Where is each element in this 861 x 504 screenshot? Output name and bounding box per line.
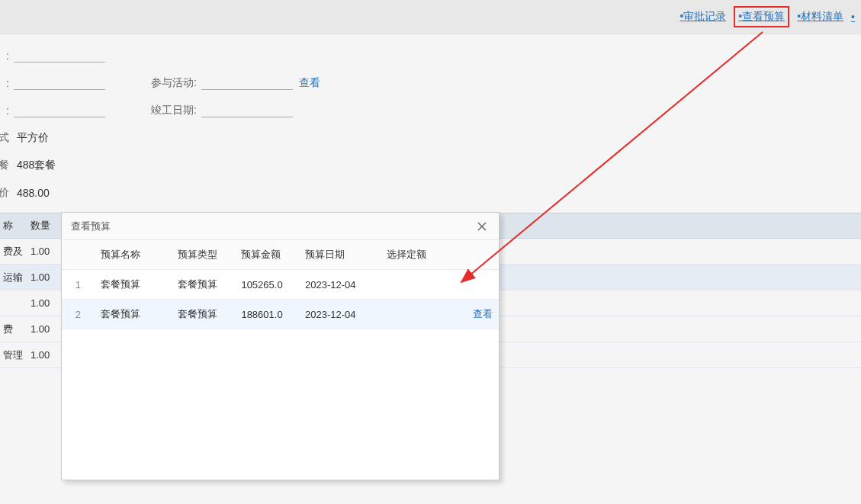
form-value-mode: 平方价 bbox=[17, 131, 49, 145]
form-label-complete-date: 竣工日期: bbox=[151, 104, 197, 117]
td-quota bbox=[381, 270, 453, 300]
td-type: 套餐预算 bbox=[172, 300, 235, 329]
link-material-list[interactable]: •材料清单 bbox=[797, 10, 843, 24]
th-type: 预算类型 bbox=[172, 240, 235, 270]
th-quota: 选择定额 bbox=[381, 240, 453, 270]
table-row[interactable]: 1 套餐预算 套餐预算 105265.0 2023-12-04 bbox=[62, 270, 499, 300]
bg-td-name: 费及 bbox=[0, 245, 27, 258]
view-link-participate[interactable]: 查看 bbox=[299, 76, 320, 90]
td-action bbox=[453, 270, 499, 300]
top-bar: •审批记录 •查看预算 •材料清单 • bbox=[0, 0, 861, 34]
td-amount: 105265.0 bbox=[235, 270, 299, 300]
form-input-2[interactable] bbox=[14, 76, 105, 90]
bg-td-qty: 1.00 bbox=[27, 297, 58, 309]
dialog-title: 查看预算 bbox=[71, 220, 111, 233]
link-extra[interactable]: • bbox=[851, 11, 855, 23]
th-amount: 预算金额 bbox=[235, 240, 299, 270]
view-budget-dialog: 查看预算 预算名称 预算类型 预算金额 预算日期 选择定额 bbox=[61, 212, 500, 480]
form-label-cut3: : bbox=[0, 104, 9, 117]
td-idx: 2 bbox=[62, 300, 95, 329]
form-label-mode: 式 bbox=[0, 131, 9, 145]
row-view-link[interactable]: 查看 bbox=[473, 308, 493, 319]
form-label-participate: 参与活动: bbox=[151, 76, 197, 90]
form-label-price: 价 bbox=[0, 186, 9, 200]
form-value-package: 488套餐 bbox=[17, 159, 56, 172]
form-input-1[interactable] bbox=[14, 49, 105, 63]
close-icon[interactable] bbox=[474, 219, 490, 234]
form-label-cut1: : bbox=[0, 50, 9, 62]
td-idx: 1 bbox=[62, 270, 95, 300]
td-quota bbox=[381, 300, 453, 329]
form-input-complete-date[interactable] bbox=[201, 104, 293, 117]
td-name: 套餐预算 bbox=[95, 300, 172, 329]
link-view-budget[interactable]: •查看预算 bbox=[734, 6, 789, 27]
bg-td-qty: 1.00 bbox=[27, 246, 58, 257]
td-name: 套餐预算 bbox=[95, 270, 172, 300]
form-input-3[interactable] bbox=[14, 104, 105, 117]
td-type: 套餐预算 bbox=[172, 270, 235, 300]
th-idx bbox=[62, 240, 95, 270]
td-amount: 188601.0 bbox=[235, 300, 299, 329]
bg-td-qty: 1.00 bbox=[27, 323, 58, 335]
form-input-participate[interactable] bbox=[201, 76, 293, 90]
td-action: 查看 bbox=[453, 300, 499, 329]
close-icon-svg bbox=[477, 221, 487, 232]
td-date: 2023-12-04 bbox=[299, 270, 381, 300]
td-date: 2023-12-04 bbox=[299, 300, 381, 329]
bg-td-qty: 1.00 bbox=[27, 349, 58, 361]
link-approval-record[interactable]: •审批记录 bbox=[679, 10, 726, 24]
bg-td-name: 管理 bbox=[0, 348, 27, 362]
budget-table: 预算名称 预算类型 预算金额 预算日期 选择定额 1 套餐预算 套餐预算 105… bbox=[62, 240, 499, 329]
form-value-price: 488.00 bbox=[17, 187, 50, 199]
bg-th-qty: 数量 bbox=[27, 219, 58, 233]
form-label-cut2: : bbox=[0, 77, 9, 89]
bg-th-name: 称 bbox=[0, 219, 27, 233]
th-action bbox=[453, 240, 499, 270]
bg-td-qty: 1.00 bbox=[27, 271, 58, 283]
table-row[interactable]: 2 套餐预算 套餐预算 188601.0 2023-12-04 查看 bbox=[62, 300, 499, 329]
th-name: 预算名称 bbox=[95, 240, 172, 270]
bg-td-name: 费 bbox=[0, 323, 27, 336]
bg-td-name: 运输 bbox=[0, 271, 27, 284]
form-label-package: 餐 bbox=[0, 159, 9, 172]
th-date: 预算日期 bbox=[299, 240, 381, 270]
